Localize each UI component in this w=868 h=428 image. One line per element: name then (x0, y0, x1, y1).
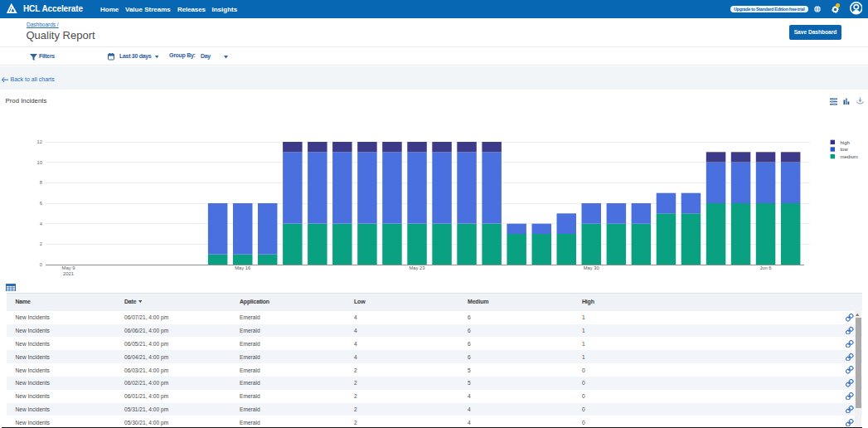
svg-text:8: 8 (40, 180, 42, 185)
svg-text:2: 2 (40, 241, 42, 246)
svg-text:12: 12 (37, 139, 42, 144)
svg-text:0: 0 (40, 262, 42, 267)
svg-text:high: high (841, 140, 850, 145)
svg-text:May 16: May 16 (235, 265, 250, 270)
svg-text:2021: 2021 (63, 271, 74, 276)
svg-text:May 23: May 23 (409, 265, 424, 270)
svg-text:10: 10 (37, 160, 42, 165)
svg-text:May 30: May 30 (584, 265, 599, 270)
svg-text:Jun 6: Jun 6 (759, 265, 771, 270)
svg-text:6: 6 (40, 201, 42, 206)
svg-text:medium: medium (841, 154, 858, 159)
svg-text:May 9: May 9 (62, 265, 75, 270)
svg-text:4: 4 (40, 221, 43, 226)
svg-text:low: low (841, 147, 849, 152)
